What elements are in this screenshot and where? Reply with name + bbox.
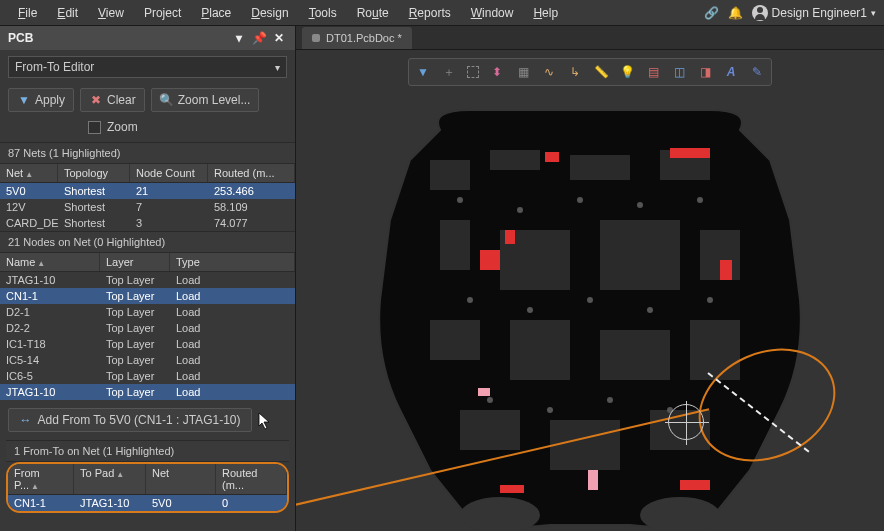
- menu-help[interactable]: Help: [523, 2, 568, 24]
- menu-view[interactable]: View: [88, 2, 134, 24]
- zoom-checkbox[interactable]: [88, 121, 101, 134]
- menu-file[interactable]: File: [8, 2, 47, 24]
- nodes-row[interactable]: D2-2Top LayerLoad: [0, 320, 295, 336]
- menu-tools[interactable]: Tools: [299, 2, 347, 24]
- nodes-row[interactable]: IC1-T18Top LayerLoad: [0, 336, 295, 352]
- svg-rect-6: [600, 220, 680, 290]
- bell-icon[interactable]: 🔔: [728, 5, 744, 21]
- fromto-col-frompad[interactable]: From P...▲: [8, 464, 74, 494]
- nodes-col-type[interactable]: Type: [170, 253, 295, 271]
- nodes-section-header: 21 Nodes on Net (0 Highlighted): [0, 231, 295, 253]
- align-icon[interactable]: ⬍: [489, 64, 505, 80]
- nets-col-topology[interactable]: Topology: [58, 164, 130, 182]
- fromto-section-header: 1 From-To on Net (1 Highlighted): [6, 440, 289, 462]
- zoom-checkbox-label: Zoom: [107, 120, 138, 134]
- editor-dropdown[interactable]: From-To Editor: [8, 56, 287, 78]
- fromto-col-routed[interactable]: Routed (m...: [216, 464, 287, 494]
- chevron-down-icon: ▾: [871, 8, 876, 18]
- user-name: Design Engineer1: [772, 6, 867, 20]
- panel-title: PCB: [8, 31, 33, 45]
- svg-point-37: [667, 407, 673, 413]
- menu-reports[interactable]: Reports: [399, 2, 461, 24]
- text-a-icon[interactable]: A: [723, 64, 739, 80]
- svg-point-34: [487, 397, 493, 403]
- svg-rect-18: [505, 230, 515, 244]
- nets-row[interactable]: 5V0Shortest21253.466: [0, 183, 295, 199]
- svg-point-32: [647, 307, 653, 313]
- document-tab[interactable]: DT01.PcbDoc *: [302, 27, 412, 49]
- share-icon[interactable]: 🔗: [704, 5, 720, 21]
- nodes-row[interactable]: JTAG1-10Top LayerLoad: [0, 272, 295, 288]
- svg-point-24: [457, 197, 463, 203]
- clear-icon: ✖: [89, 93, 103, 107]
- svg-rect-22: [478, 388, 490, 396]
- pcb-canvas[interactable]: ▼ ＋ ⬍ ▦ ∿ ↳ 📏 💡 ▤ ◫ ◨ A ✎: [296, 50, 884, 531]
- svg-rect-1: [490, 150, 540, 170]
- fromto-col-topad[interactable]: To Pad▲: [74, 464, 146, 494]
- user-chip[interactable]: Design Engineer1 ▾: [752, 5, 876, 21]
- svg-point-26: [577, 197, 583, 203]
- svg-rect-19: [720, 260, 732, 280]
- clip-h-icon[interactable]: ◫: [671, 64, 687, 80]
- funnel-icon: ▼: [17, 93, 31, 107]
- menu-project[interactable]: Project: [134, 2, 191, 24]
- svg-rect-8: [430, 320, 480, 360]
- fromto-row[interactable]: CN1-1JTAG1-105V00: [8, 495, 287, 511]
- layer-icon[interactable]: ▤: [645, 64, 661, 80]
- pcb-board: [370, 100, 810, 530]
- zoom-level-button[interactable]: 🔍 Zoom Level...: [151, 88, 260, 112]
- svg-rect-2: [570, 155, 630, 180]
- nets-row[interactable]: 12VShortest758.109: [0, 199, 295, 215]
- bulb-icon[interactable]: 💡: [619, 64, 635, 80]
- menu-window[interactable]: Window: [461, 2, 524, 24]
- grid-icon[interactable]: ▦: [515, 64, 531, 80]
- add-from-to-button[interactable]: ↔ Add From To 5V0 (CN1-1 : JTAG1-10): [8, 408, 252, 432]
- menu-design[interactable]: Design: [241, 2, 298, 24]
- svg-point-25: [517, 207, 523, 213]
- nodes-row[interactable]: CN1-1Top LayerLoad: [0, 288, 295, 304]
- menu-edit[interactable]: Edit: [47, 2, 88, 24]
- pin-icon[interactable]: 📌: [251, 30, 267, 46]
- measure-icon[interactable]: 📏: [593, 64, 609, 80]
- doc-icon: [312, 34, 320, 42]
- svg-rect-12: [460, 410, 520, 450]
- svg-point-33: [707, 297, 713, 303]
- nodes-row[interactable]: D2-1Top LayerLoad: [0, 304, 295, 320]
- nodes-row[interactable]: JTAG1-10Top LayerLoad: [0, 384, 295, 400]
- avatar-icon: [752, 5, 768, 21]
- select-rect-icon[interactable]: [467, 66, 479, 78]
- nodes-row[interactable]: IC5-14Top LayerLoad: [0, 352, 295, 368]
- pencil-icon[interactable]: ✎: [749, 64, 765, 80]
- svg-rect-10: [600, 330, 670, 380]
- nets-row[interactable]: CARD_DEShortest374.077: [0, 215, 295, 231]
- panel-menu-icon[interactable]: ▾: [231, 30, 247, 46]
- svg-rect-17: [480, 250, 500, 270]
- fromto-col-net[interactable]: Net: [146, 464, 216, 494]
- nets-col-nodecount[interactable]: Node Count: [130, 164, 208, 182]
- svg-rect-14: [650, 410, 710, 450]
- pcb-panel: PCB ▾ 📌 ✕ From-To Editor ▼ Apply ✖ Clear…: [0, 26, 296, 531]
- crosshair-icon[interactable]: ＋: [441, 64, 457, 80]
- cursor-icon: [258, 412, 272, 430]
- editor-dropdown-label: From-To Editor: [15, 60, 94, 74]
- wave-icon[interactable]: ∿: [541, 64, 557, 80]
- nets-col-net[interactable]: Net▲: [0, 164, 58, 182]
- apply-button[interactable]: ▼ Apply: [8, 88, 74, 112]
- route-icon[interactable]: ↳: [567, 64, 583, 80]
- nodes-col-layer[interactable]: Layer: [100, 253, 170, 271]
- svg-rect-13: [550, 420, 620, 470]
- nodes-row[interactable]: IC6-5Top LayerLoad: [0, 368, 295, 384]
- filter-icon[interactable]: ▼: [415, 64, 431, 80]
- svg-rect-16: [670, 148, 710, 158]
- nodes-col-name[interactable]: Name▲: [0, 253, 100, 271]
- nets-grid: Net▲ Topology Node Count Routed (m... 5V…: [0, 164, 295, 231]
- menu-route[interactable]: Route: [347, 2, 399, 24]
- close-icon[interactable]: ✕: [271, 30, 287, 46]
- svg-point-28: [697, 197, 703, 203]
- clip-v-icon[interactable]: ◨: [697, 64, 713, 80]
- link-icon: ↔: [20, 413, 32, 427]
- menu-place[interactable]: Place: [191, 2, 241, 24]
- nets-col-routed[interactable]: Routed (m...: [208, 164, 295, 182]
- tab-label: DT01.PcbDoc *: [326, 32, 402, 44]
- clear-button[interactable]: ✖ Clear: [80, 88, 145, 112]
